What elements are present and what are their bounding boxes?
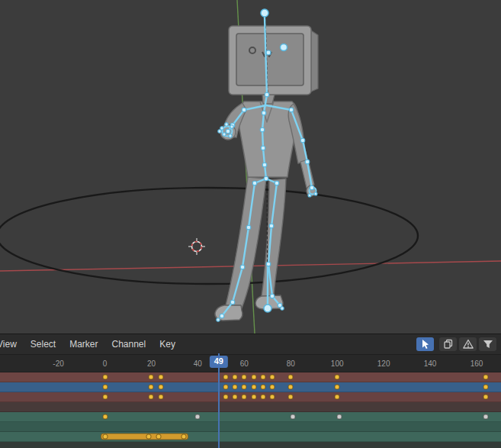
filter-funnel-icon [482,338,494,350]
keyframe[interactable] [269,385,275,390]
head-target-control[interactable] [261,9,268,17]
ruler-tick-0: 0 [103,359,108,368]
menu-view[interactable]: View [0,334,24,354]
keyframe[interactable] [242,375,247,380]
copy-icon [442,338,454,350]
channel-row-2[interactable] [0,382,501,392]
ruler-tick-20: 20 [147,359,156,368]
cursor-icon [419,338,432,350]
keyframe[interactable] [269,395,275,400]
ruler-tick-140: 140 [424,359,437,368]
screen-bone-joint[interactable] [266,50,271,55]
current-frame-badge[interactable]: 49 [210,356,228,368]
warning-button[interactable] [459,337,477,351]
channel-row-6[interactable] [0,422,501,432]
cursor-tool-button[interactable] [416,337,434,351]
keyframe[interactable] [483,395,489,400]
timeline-ruler[interactable]: -20020406080100120140160 [0,354,501,372]
screen-bone-joint[interactable] [281,44,287,51]
keyframe[interactable] [251,395,256,400]
keyframe[interactable] [223,375,228,380]
keyframe[interactable] [102,385,108,390]
keyframe[interactable] [337,414,342,420]
keyframe[interactable] [149,395,154,400]
dopesheet-menu-bar: ViewSelectMarkerChannelKey [0,334,182,354]
warning-icon [462,338,474,350]
keyframe[interactable] [288,375,294,380]
keyframe[interactable] [335,375,340,380]
keyframe[interactable] [251,385,256,390]
viewport-canvas [0,0,501,334]
filter-button[interactable] [479,337,496,351]
ruler-tick--20: -20 [53,359,63,368]
keyframe[interactable] [102,414,108,420]
keyframe[interactable] [260,385,265,390]
monitor-side [311,31,318,92]
dopesheet-header: ViewSelectMarkerChannelKey [0,334,501,354]
keyframe[interactable] [483,385,489,390]
root-control[interactable] [264,305,271,312]
3d-viewport[interactable] [0,0,501,334]
channel-row-3[interactable] [0,392,501,402]
menu-marker[interactable]: Marker [63,334,104,354]
ruler-tick-160: 160 [470,359,483,368]
copy-button[interactable] [439,337,457,351]
keyframe[interactable] [242,385,247,390]
keyframe[interactable] [483,414,489,420]
keyframe[interactable] [149,375,154,380]
ruler-tick-120: 120 [377,359,390,368]
channel-row-1[interactable] [0,372,501,382]
keyframe[interactable] [260,375,265,380]
channel-row-4[interactable] [0,402,501,412]
channel-row-7[interactable] [0,432,501,442]
keyframe[interactable] [195,414,201,420]
keyframe[interactable] [288,395,294,400]
dopesheet-channels[interactable] [0,372,501,448]
ruler-tick-40: 40 [194,359,202,368]
keyframe[interactable] [233,395,238,400]
ruler-tick-80: 80 [287,359,295,368]
keyframe[interactable] [288,385,294,390]
keyframe[interactable] [223,395,228,400]
monitor-screen [236,34,303,85]
keyframe[interactable] [158,385,163,390]
keyframe-hold-bar[interactable] [101,433,189,440]
monitor-head [229,26,318,104]
keyframe[interactable] [260,395,265,400]
menu-channel[interactable]: Channel [105,334,153,354]
menu-key[interactable]: Key [153,334,182,354]
keyframe[interactable] [223,385,228,390]
keyframe[interactable] [233,385,238,390]
keyframe[interactable] [335,395,340,400]
keyframe[interactable] [181,434,187,440]
blender-window: ViewSelectMarkerChannelKey [0,0,501,448]
keyframe[interactable] [158,395,163,400]
keyframe[interactable] [156,434,161,440]
keyframe[interactable] [102,395,108,400]
keyframe[interactable] [483,375,489,380]
channel-row-5[interactable] [0,412,501,422]
keyframe[interactable] [158,375,163,380]
keyframe[interactable] [102,434,108,440]
keyframe[interactable] [251,375,256,380]
channel-row-8[interactable] [0,442,501,448]
keyframe[interactable] [335,385,340,390]
keyframe[interactable] [233,375,238,380]
keyframe[interactable] [242,395,247,400]
keyframe[interactable] [102,375,108,380]
keyframe[interactable] [149,385,154,390]
keyframe[interactable] [269,375,275,380]
menu-select[interactable]: Select [24,334,63,354]
keyframe[interactable] [291,414,296,420]
ruler-tick-100: 100 [331,359,344,368]
keyframe[interactable] [146,434,152,440]
ruler-tick-60: 60 [240,359,249,368]
dopesheet-header-tools [416,337,501,351]
